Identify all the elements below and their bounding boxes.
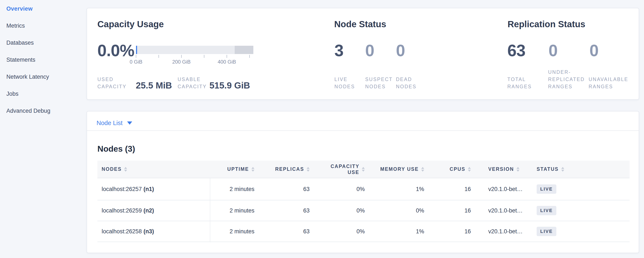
node-address-cell: localhost:26257(n1) bbox=[98, 186, 210, 192]
unavailable-ranges-count: 0 bbox=[590, 41, 598, 60]
uptime-cell: 2 minutes bbox=[210, 186, 259, 192]
sidebar-item-databases[interactable]: Databases bbox=[6, 39, 34, 47]
under-replicated-ranges-count: 0 bbox=[548, 41, 558, 60]
used-capacity-value: 25.5 MiB bbox=[136, 81, 172, 90]
version-cell: v20.1.0-bet… bbox=[475, 228, 534, 235]
live-nodes-count: 3 bbox=[334, 41, 343, 60]
nodes-column-divider bbox=[210, 178, 210, 242]
suspect-nodes-label: SUSPECT NODES bbox=[365, 76, 393, 90]
column-header-uptime[interactable]: UPTIME bbox=[210, 166, 259, 172]
replicas-cell: 63 bbox=[259, 228, 314, 235]
uptime-cell: 2 minutes bbox=[210, 207, 259, 214]
sort-icon[interactable] bbox=[516, 167, 520, 172]
node-status-title: Node Status bbox=[334, 19, 386, 30]
axis-tick bbox=[226, 55, 227, 58]
column-header-capacity-use[interactable]: CAPACITY USE bbox=[314, 163, 369, 175]
node-address: localhost:26257 bbox=[102, 186, 142, 192]
column-label: REPLICAS bbox=[275, 166, 304, 172]
replicas-cell: 63 bbox=[259, 186, 314, 192]
unavailable-ranges-label: UNAVAILABLE RANGES bbox=[588, 76, 631, 90]
capacity-use-cell: 0% bbox=[314, 186, 369, 192]
total-ranges-count: 63 bbox=[507, 41, 526, 60]
dead-nodes-label: DEAD NODES bbox=[396, 76, 424, 90]
memory-use-cell: 1% bbox=[369, 228, 428, 235]
column-header-version[interactable]: VERSION bbox=[475, 166, 534, 172]
axis-tick bbox=[158, 55, 159, 58]
column-label: CPUS bbox=[450, 166, 465, 172]
axis-label-0gib: 0 GiB bbox=[119, 59, 153, 65]
cluster-overview-page: Overview Metrics Databases Statements Ne… bbox=[0, 0, 644, 258]
memory-use-cell: 0% bbox=[369, 207, 428, 214]
node-list-view-selector[interactable]: Node List bbox=[96, 119, 123, 127]
sort-icon[interactable] bbox=[362, 167, 365, 172]
status-cell: LIVE bbox=[534, 227, 630, 236]
usable-capacity-value: 515.9 GiB bbox=[210, 81, 250, 90]
node-address-cell: localhost:26258(n3) bbox=[98, 228, 210, 235]
sort-icon[interactable] bbox=[421, 167, 424, 172]
column-header-nodes[interactable]: NODES bbox=[98, 166, 210, 172]
capacity-use-cell: 0% bbox=[314, 207, 369, 214]
axis-tick bbox=[249, 55, 250, 58]
capacity-use-cell: 0% bbox=[314, 228, 369, 235]
suspect-nodes-count: 0 bbox=[365, 41, 374, 60]
sort-icon[interactable] bbox=[252, 167, 254, 172]
table-row[interactable]: localhost:26259(n2) 2 minutes 63 0% 0% 1… bbox=[98, 200, 630, 221]
version-cell: v20.1.0-bet… bbox=[475, 186, 534, 192]
uptime-cell: 2 minutes bbox=[210, 228, 259, 235]
table-row[interactable]: localhost:26257(n1) 2 minutes 63 0% 1% 1… bbox=[98, 178, 630, 200]
sidebar-item-statements[interactable]: Statements bbox=[6, 56, 36, 64]
axis-tick bbox=[181, 55, 182, 58]
axis-tick bbox=[204, 55, 204, 58]
sort-icon[interactable] bbox=[468, 167, 471, 172]
status-badge: LIVE bbox=[537, 184, 556, 194]
status-cell: LIVE bbox=[534, 206, 630, 215]
capacity-used-percent: 0.0% bbox=[98, 41, 134, 60]
memory-use-cell: 1% bbox=[369, 186, 428, 192]
replication-status-title: Replication Status bbox=[508, 19, 585, 30]
node-address: localhost:26258 bbox=[102, 228, 142, 235]
used-capacity-label: USED CAPACITY bbox=[98, 76, 126, 90]
nodes-count-heading: Nodes (3) bbox=[98, 144, 135, 154]
column-label: STATUS bbox=[537, 166, 559, 172]
sidebar-item-advanced-debug[interactable]: Advanced Debug bbox=[6, 106, 50, 115]
cpus-cell: 16 bbox=[428, 207, 475, 214]
column-label: CAPACITY USE bbox=[330, 163, 359, 175]
nodes-table: NODES UPTIME REPLICAS CAPACITY USE MEMOR… bbox=[98, 161, 630, 242]
node-address: localhost:26259 bbox=[102, 207, 142, 214]
sidebar-item-overview[interactable]: Overview bbox=[6, 5, 33, 13]
node-address-cell: localhost:26259(n2) bbox=[98, 207, 210, 214]
dead-nodes-count: 0 bbox=[396, 41, 405, 60]
sort-icon[interactable] bbox=[306, 167, 310, 172]
sidebar-item-network-latency[interactable]: Network Latency bbox=[6, 73, 49, 81]
column-header-cpus[interactable]: CPUS bbox=[428, 166, 475, 172]
column-header-replicas[interactable]: REPLICAS bbox=[259, 166, 314, 172]
sort-icon[interactable] bbox=[561, 167, 564, 172]
sort-icon[interactable] bbox=[124, 167, 127, 172]
sidebar-item-metrics[interactable]: Metrics bbox=[6, 22, 25, 30]
capacity-usage-title: Capacity Usage bbox=[98, 19, 164, 30]
total-ranges-label: TOTAL RANGES bbox=[507, 76, 534, 90]
version-cell: v20.1.0-bet… bbox=[475, 207, 534, 214]
live-nodes-label: LIVE NODES bbox=[334, 76, 362, 90]
node-id: (n3) bbox=[144, 228, 154, 235]
column-label: UPTIME bbox=[227, 166, 249, 172]
status-cell: LIVE bbox=[534, 184, 630, 194]
column-header-memory-use[interactable]: MEMORY USE bbox=[369, 166, 428, 172]
sidebar-item-jobs[interactable]: Jobs bbox=[6, 89, 18, 98]
cpus-cell: 16 bbox=[428, 186, 475, 192]
node-list-card: Node List Nodes (3) NODES UPTIME REPLICA… bbox=[86, 111, 639, 253]
column-label: NODES bbox=[102, 166, 122, 172]
nodes-table-header: NODES UPTIME REPLICAS CAPACITY USE MEMOR… bbox=[98, 161, 630, 178]
axis-label-400gib: 400 GiB bbox=[210, 59, 244, 65]
under-replicated-ranges-label: UNDER-REPLICATED RANGES bbox=[548, 68, 589, 90]
caret-down-icon[interactable] bbox=[127, 121, 132, 125]
column-label: MEMORY USE bbox=[380, 166, 419, 172]
cluster-summary-card: Capacity Usage 0.0% 0 GiB 200 GiB 400 Gi… bbox=[86, 8, 639, 100]
column-header-status[interactable]: STATUS bbox=[534, 166, 630, 172]
cpus-cell: 16 bbox=[428, 228, 475, 235]
table-row[interactable]: localhost:26258(n3) 2 minutes 63 0% 1% 1… bbox=[98, 221, 630, 242]
status-badge: LIVE bbox=[537, 206, 556, 215]
node-id: (n2) bbox=[144, 207, 154, 214]
node-id: (n1) bbox=[144, 186, 154, 192]
axis-tick bbox=[136, 55, 136, 58]
